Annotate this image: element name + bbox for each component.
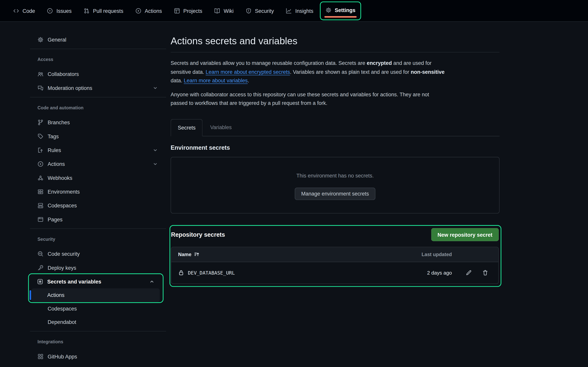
sidebar-item-label: Actions <box>47 292 65 298</box>
code-icon <box>13 8 19 14</box>
sidebar-item-actions[interactable]: Actions <box>30 157 166 171</box>
asterisk-box-icon <box>37 278 43 284</box>
sidebar-item-pages[interactable]: Pages <box>30 212 166 226</box>
sidebar-item-code-security[interactable]: Code security <box>30 247 166 261</box>
sidebar-item-branches[interactable]: Branches <box>30 115 166 129</box>
sidebar-item-label: Dependabot <box>48 319 76 325</box>
shield-icon <box>246 8 252 14</box>
sidebar-section-access: Access <box>30 54 166 65</box>
browser-icon <box>37 216 43 222</box>
link-variables[interactable]: Learn more about variables <box>184 77 248 83</box>
repository-secrets-highlight: Repository secrets New repository secret… <box>170 225 502 287</box>
environment-secrets-heading: Environment secrets <box>171 144 499 151</box>
sidebar-item-environments[interactable]: Environments <box>30 185 166 199</box>
tag-icon <box>37 133 43 139</box>
sidebar-item-label: Actions <box>48 161 65 167</box>
sidebar-item-moderation-options[interactable]: Moderation options <box>30 81 166 95</box>
paragraph-text: passed to workflows that are triggered b… <box>171 100 327 106</box>
sidebar-item-codespaces-secrets[interactable]: Codespaces <box>30 302 166 315</box>
tab-security[interactable]: Security <box>246 8 274 14</box>
tab-settings[interactable]: Settings <box>325 7 355 13</box>
tab-label: Insights <box>295 8 313 14</box>
github-settings-page: Code Issues Pull requests Actions Projec… <box>0 0 588 367</box>
tab-label: Settings <box>335 7 356 13</box>
sidebar-item-deploy-keys[interactable]: Deploy keys <box>30 261 166 274</box>
collaborator-paragraph: Anyone with collaborator access to this … <box>171 90 499 108</box>
git-pull-request-icon <box>84 8 90 14</box>
graph-icon <box>286 8 292 14</box>
tab-label: Code <box>23 8 35 14</box>
tab-issues[interactable]: Issues <box>47 8 71 14</box>
key-icon <box>37 265 43 271</box>
pencil-icon <box>466 270 472 276</box>
settings-content: Actions secrets and variables Secrets an… <box>171 22 499 287</box>
tab-projects[interactable]: Projects <box>174 8 202 14</box>
codespaces-icon <box>37 202 43 208</box>
tab-code[interactable]: Code <box>13 8 35 14</box>
sidebar-item-label: Branches <box>48 119 70 125</box>
settings-sidebar: General Access Collaborators Moderation … <box>30 22 166 367</box>
chevron-down-icon <box>153 161 158 167</box>
sidebar-section-integrations: Integrations <box>30 337 166 347</box>
intro-paragraph: Secrets and variables allow you to manag… <box>171 59 499 85</box>
table-row: DEV_DATABASE_URL 2 days ago <box>171 262 498 283</box>
tab-wiki[interactable]: Wiki <box>214 8 233 14</box>
chevron-down-icon <box>153 147 158 153</box>
edit-secret-button[interactable] <box>463 267 475 278</box>
play-icon <box>135 8 141 14</box>
delete-secret-button[interactable] <box>480 267 491 278</box>
tab-pull-requests[interactable]: Pull requests <box>84 8 123 14</box>
tab-label: Pull requests <box>93 8 123 14</box>
sidebar-item-webhooks[interactable]: Webhooks <box>30 171 166 184</box>
intro-bold-encrypted: encrypted <box>367 60 392 66</box>
sidebar-divider <box>30 49 166 49</box>
new-repository-secret-button[interactable]: New repository secret <box>431 228 499 241</box>
sidebar-item-email-notifications[interactable]: Email notifications <box>30 363 166 367</box>
sidebar-item-rules[interactable]: Rules <box>30 143 166 157</box>
sidebar-item-label: GitHub Apps <box>48 353 77 359</box>
page-title: Actions secrets and variables <box>171 34 499 47</box>
sidebar-item-label: Collaborators <box>48 71 79 77</box>
secret-updated-cell: 2 days ago <box>396 270 452 275</box>
sidebar-divider <box>30 228 166 229</box>
intro-text: Secrets and variables allow you to manag… <box>171 60 367 66</box>
sidebar-section-security: Security <box>30 234 166 244</box>
tab-label: Projects <box>183 8 202 14</box>
sidebar-item-dependabot-secrets[interactable]: Dependabot <box>30 315 166 329</box>
intro-text: . <box>248 77 249 83</box>
apps-icon <box>37 353 43 359</box>
gear-icon <box>37 36 43 42</box>
sidebar-item-label: Codespaces <box>48 202 77 208</box>
sidebar-item-codespaces[interactable]: Codespaces <box>30 199 166 212</box>
rules-icon <box>37 147 43 153</box>
active-tab-underline <box>324 16 357 17</box>
intro-text: . Variables are shown as plain text and … <box>290 69 411 75</box>
play-icon <box>37 161 43 167</box>
column-label: Name <box>178 251 191 257</box>
sidebar-item-label: Code security <box>48 251 80 257</box>
sidebar-item-label: General <box>48 36 66 42</box>
manage-environment-secrets-button[interactable]: Manage environment secrets <box>295 187 375 200</box>
trash-icon <box>482 270 488 276</box>
sidebar-item-label: Deploy keys <box>48 265 76 271</box>
sidebar-item-collaborators[interactable]: Collaborators <box>30 67 166 81</box>
tab-secrets[interactable]: Secrets <box>171 119 203 136</box>
chevron-up-icon <box>149 279 155 284</box>
sidebar-item-label: Moderation options <box>48 85 92 91</box>
sidebar-item-label: Secrets and variables <box>47 278 101 284</box>
sidebar-item-github-apps[interactable]: GitHub Apps <box>30 349 166 363</box>
tab-insights[interactable]: Insights <box>286 8 313 14</box>
sidebar-item-general[interactable]: General <box>30 33 166 46</box>
sidebar-item-actions-secrets[interactable]: Actions <box>32 288 160 302</box>
tab-actions[interactable]: Actions <box>135 8 162 14</box>
secrets-variables-tabnav: Secrets Variables <box>171 119 499 136</box>
sidebar-item-tags[interactable]: Tags <box>30 129 166 143</box>
sidebar-item-label: Environments <box>48 189 80 195</box>
sidebar-item-secrets-and-variables[interactable]: Secrets and variables <box>29 275 163 288</box>
sidebar-item-label: Pages <box>48 216 63 222</box>
tab-variables[interactable]: Variables <box>203 119 238 136</box>
column-header-name[interactable]: Name <box>171 251 396 257</box>
link-encrypted-secrets[interactable]: Learn more about encrypted secrets <box>206 69 290 75</box>
environment-secrets-box: This environment has no secrets. Manage … <box>171 157 499 213</box>
git-branch-icon <box>37 119 43 125</box>
